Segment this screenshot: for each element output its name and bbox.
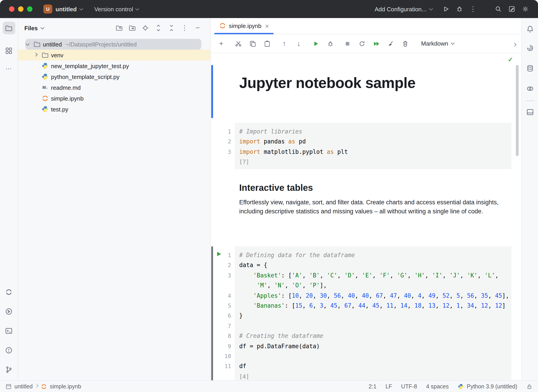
run-button[interactable] (440, 4, 451, 14)
tree-item-python_template_script.py[interactable]: python_template_script.py (18, 71, 210, 82)
python-icon (458, 383, 464, 390)
interpreter-widget[interactable]: Python 3.9 (untitled) (458, 383, 517, 390)
paste-cell-button[interactable] (262, 39, 272, 48)
line-number (211, 280, 235, 291)
line-separator[interactable]: LF (385, 383, 392, 390)
problems-tool-button[interactable] (2, 344, 15, 356)
tree-item-test.py[interactable]: test.py (18, 104, 210, 115)
folder-icon (5, 24, 13, 32)
debug-cell-button[interactable] (326, 39, 335, 48)
app-window: U untitled Version control Add Configura… (0, 0, 538, 392)
project-widget[interactable]: U untitled (43, 5, 83, 14)
close-tab-icon[interactable]: × (265, 22, 269, 29)
collapse-all-button[interactable] (167, 23, 176, 33)
markdown-icon: M↓ (42, 84, 49, 91)
copy-cell-button[interactable] (248, 39, 258, 48)
tree-item-label: untitled (43, 41, 62, 48)
panel-options-button[interactable]: ⋮ (180, 23, 189, 33)
maximize-window-button[interactable] (27, 6, 33, 12)
scroll-from-source-button[interactable] (128, 23, 137, 33)
tree-item-new_template_jupyter_test.py[interactable]: new_template_jupyter_test.py (18, 61, 210, 71)
more-tool-windows-button[interactable]: ⋯ (2, 62, 15, 75)
line-number: 6 (211, 311, 235, 321)
cell-type-select[interactable]: Markdown (421, 40, 454, 47)
terminal-tool-button[interactable] (2, 324, 15, 337)
minimize-window-button[interactable] (18, 6, 24, 12)
git-tool-button[interactable] (2, 363, 15, 376)
cell-code[interactable]: # Defining data for the dataframedata = … (235, 246, 511, 380)
tree-item-simple.ipynb[interactable]: simple.ipynb (18, 93, 210, 104)
settings-gear-button[interactable] (520, 4, 531, 14)
run-configuration-label: Add Configuration... (375, 6, 426, 12)
jupyter-icon (219, 22, 226, 29)
close-window-button[interactable] (9, 6, 14, 12)
jupyter-tool-button[interactable] (2, 285, 15, 298)
add-cell-button[interactable]: + (216, 39, 226, 48)
notifications-button[interactable] (524, 23, 536, 35)
tree-item-readme.md[interactable]: M↓readme.md (18, 82, 210, 93)
database-button[interactable] (524, 62, 536, 75)
more-actions-button[interactable]: ⋮ (467, 4, 478, 14)
ai-assistant-button[interactable] (524, 42, 536, 54)
code-cell[interactable]: 123# Import librariesimport pandas as pd… (211, 123, 511, 169)
expand-all-button[interactable] (154, 23, 163, 33)
move-cell-up-button[interactable]: ↑ (279, 39, 289, 48)
breadcrumb-project[interactable]: untitled (14, 383, 33, 390)
breadcrumb-file[interactable]: simple.ipynb (50, 383, 81, 390)
markdown-cell[interactable]: Jupyter notebook sample (239, 74, 415, 92)
restart-kernel-button[interactable] (357, 39, 367, 48)
clear-outputs-button[interactable] (386, 39, 396, 48)
sciview-button[interactable] (524, 82, 536, 95)
chevron-right-icon[interactable] (33, 54, 39, 56)
file-encoding[interactable]: UTF-8 (401, 383, 417, 390)
run-cell-button[interactable] (311, 39, 321, 48)
services-tool-button[interactable] (2, 305, 15, 317)
project-tool-button[interactable] (2, 22, 15, 34)
chevron-down-icon[interactable] (40, 25, 44, 29)
chevron-down-icon (429, 7, 433, 10)
new-folder-button[interactable] (115, 23, 124, 33)
tree-item-venv[interactable]: venv (18, 50, 210, 61)
tree-item-untitled[interactable]: untitled~/DataspellProjects/untitled (18, 39, 210, 50)
caret-position[interactable]: 2:1 (368, 383, 376, 390)
cell-code[interactable]: # Import librariesimport pandas as pdimp… (235, 123, 511, 169)
toolbar-overflow-button[interactable] (513, 39, 516, 48)
vcs-widget[interactable]: Version control (94, 6, 139, 12)
hide-panel-button[interactable]: − (193, 23, 202, 33)
layout-button[interactable] (524, 106, 536, 118)
debug-button[interactable] (454, 4, 465, 14)
vcs-label: Version control (94, 6, 133, 12)
lock-icon[interactable] (526, 383, 533, 390)
line-number: 4 (211, 291, 235, 301)
code-cell[interactable]: 1234567891011# Defining data for the dat… (211, 246, 511, 380)
edit-window-button[interactable] (506, 4, 517, 14)
notebook-cells: Jupyter notebook sample123# Import libra… (211, 53, 521, 380)
play-circle-icon (5, 308, 13, 315)
code-line: # Defining data for the dataframe (239, 250, 511, 261)
locate-target-button[interactable] (141, 23, 150, 33)
indent-style[interactable]: 4 spaces (426, 383, 449, 390)
cut-cell-button[interactable] (233, 39, 243, 48)
tree-item-label: test.py (51, 106, 68, 112)
project-name: untitled (56, 6, 77, 12)
python-icon (42, 106, 49, 113)
delete-cell-button[interactable] (400, 39, 410, 48)
structure-tool-button[interactable] (2, 44, 15, 57)
files-panel-header: Files ⋮ − (18, 18, 210, 38)
terminal-icon (5, 327, 13, 335)
cell-gutter: 123 (211, 123, 235, 169)
search-everywhere-button[interactable] (493, 4, 504, 14)
markdown-cell[interactable]: Interactive tablesEffortlessly view, nav… (239, 181, 512, 216)
markdown-h2: Interactive tables (239, 181, 512, 194)
python-icon (42, 73, 49, 80)
tab-simple-ipynb[interactable]: simple.ipynb × (214, 18, 274, 34)
files-panel-title[interactable]: Files (24, 25, 38, 31)
run-configuration-selector[interactable]: Add Configuration... (375, 6, 432, 12)
code-line: 'Apples': [10, 20, 30, 56, 40, 40, 67, 4… (239, 291, 511, 301)
chevron-down-icon[interactable] (24, 43, 31, 45)
run-all-cells-button[interactable] (372, 39, 381, 48)
files-panel: Files ⋮ − untitled~/DataspellProjects/un… (18, 18, 211, 380)
line-number: 8 (211, 331, 235, 341)
interrupt-kernel-button[interactable] (343, 39, 353, 48)
move-cell-down-button[interactable]: ↓ (294, 39, 304, 48)
